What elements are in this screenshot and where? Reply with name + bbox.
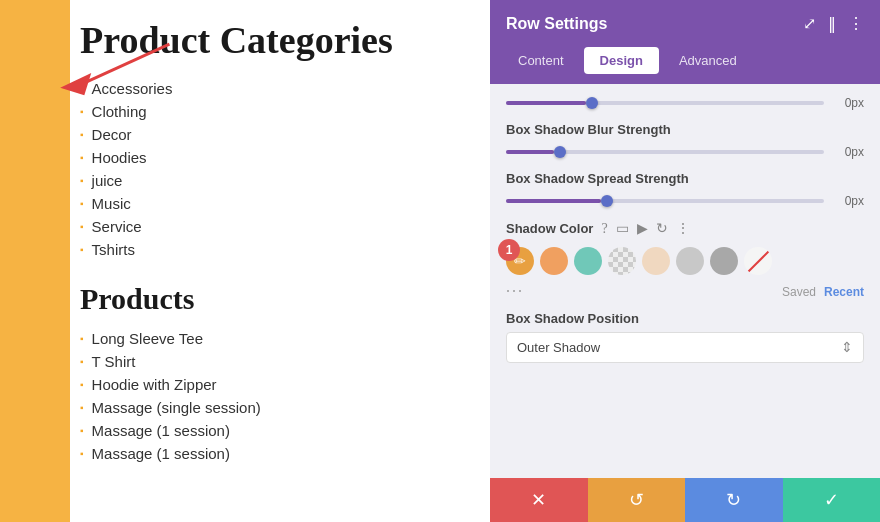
shadow-position-select[interactable]: Outer Shadow ⇕ — [506, 332, 864, 363]
slider-value-2: 0px — [834, 145, 864, 159]
recent-text[interactable]: Recent — [824, 285, 864, 299]
product-item[interactable]: Long Sleeve Tee — [80, 330, 460, 347]
swatch-checker[interactable] — [608, 247, 636, 275]
svg-marker-1 — [60, 68, 92, 96]
color-swatch-row: 1 ✏ — [506, 247, 864, 275]
shadow-position-value: Outer Shadow — [517, 340, 841, 355]
product-item[interactable]: T Shirt — [80, 353, 460, 370]
saved-recent-row: ··· Saved Recent — [506, 283, 864, 301]
tab-design[interactable]: Design — [584, 47, 659, 74]
right-panel: Row Settings ⤢ ‖ ⋮ ContentDesignAdvanced… — [490, 0, 880, 522]
slider-track-3[interactable] — [506, 199, 824, 203]
product-item[interactable]: Massage (1 session) — [80, 422, 460, 439]
tab-content[interactable]: Content — [502, 47, 580, 74]
tabs-bar: ContentDesignAdvanced — [490, 47, 880, 84]
more-options-icon[interactable]: ⋮ — [676, 220, 690, 237]
blur-label: Box Shadow Blur Strength — [506, 122, 864, 137]
category-item[interactable]: Decor — [80, 126, 460, 143]
swatch-teal[interactable] — [574, 247, 602, 275]
products-list: Long Sleeve TeeT ShirtHoodie with Zipper… — [80, 330, 460, 462]
reset-icon[interactable]: ↻ — [656, 220, 668, 237]
redo-button[interactable]: ↻ — [685, 478, 783, 522]
dots-more[interactable]: ··· — [506, 283, 524, 301]
product-item[interactable]: Hoodie with Zipper — [80, 376, 460, 393]
badge-1: 1 — [498, 239, 520, 261]
category-item[interactable]: Tshirts — [80, 241, 460, 258]
slider-value-1: 0px — [834, 96, 864, 110]
help-icon[interactable]: ? — [601, 221, 607, 237]
row-settings-title: Row Settings — [506, 15, 607, 33]
swatch-gray2[interactable] — [710, 247, 738, 275]
row-settings-header: Row Settings ⤢ ‖ ⋮ — [490, 0, 880, 47]
category-item[interactable]: juice — [80, 172, 460, 189]
undo-button[interactable]: ↺ — [588, 478, 686, 522]
cursor-icon[interactable]: ▶ — [637, 220, 648, 237]
settings-body: 0px Box Shadow Blur Strength 0px Box Sha… — [490, 84, 880, 478]
saved-recent-group: Saved Recent — [782, 285, 864, 299]
box-shadow-position-label: Box Shadow Position — [506, 311, 864, 326]
category-item[interactable]: Music — [80, 195, 460, 212]
shadow-color-row: Shadow Color ? ▭ ▶ ↻ ⋮ — [506, 220, 864, 237]
svg-line-0 — [81, 30, 169, 98]
products-heading: Products — [80, 282, 460, 316]
product-item[interactable]: Massage (single session) — [80, 399, 460, 416]
columns-icon[interactable]: ‖ — [828, 14, 836, 33]
category-item[interactable]: Service — [80, 218, 460, 235]
swatch-red-slash[interactable] — [744, 247, 772, 275]
expand-icon[interactable]: ⤢ — [803, 14, 816, 33]
cancel-button[interactable]: ✕ — [490, 478, 588, 522]
spread-label: Box Shadow Spread Strength — [506, 171, 864, 186]
active-swatch-wrapper: 1 ✏ — [506, 247, 534, 275]
swatch-gray1[interactable] — [676, 247, 704, 275]
bottom-bar: ✕ ↺ ↻ ✓ — [490, 478, 880, 522]
slider-track-2[interactable] — [506, 150, 824, 154]
product-item[interactable]: Massage (1 session) — [80, 445, 460, 462]
swatch-beige[interactable] — [642, 247, 670, 275]
slider-value-3: 0px — [834, 194, 864, 208]
tab-advanced[interactable]: Advanced — [663, 47, 753, 74]
category-item[interactable]: Hoodies — [80, 149, 460, 166]
saved-text: Saved — [782, 285, 816, 299]
slider-row-1: 0px — [506, 96, 864, 110]
slider-row-2: Box Shadow Blur Strength 0px — [506, 122, 864, 159]
shadow-color-label: Shadow Color — [506, 221, 593, 236]
header-icons: ⤢ ‖ ⋮ — [803, 14, 864, 33]
confirm-button[interactable]: ✓ — [783, 478, 881, 522]
more-icon[interactable]: ⋮ — [848, 14, 864, 33]
swatch-orange[interactable] — [540, 247, 568, 275]
device-icon[interactable]: ▭ — [616, 220, 629, 237]
slider-row-3: Box Shadow Spread Strength 0px — [506, 171, 864, 208]
slider-track-1[interactable] — [506, 101, 824, 105]
select-arrow-icon: ⇕ — [841, 339, 853, 356]
left-panel: Product Categories AccessoriesClothingDe… — [0, 0, 490, 522]
